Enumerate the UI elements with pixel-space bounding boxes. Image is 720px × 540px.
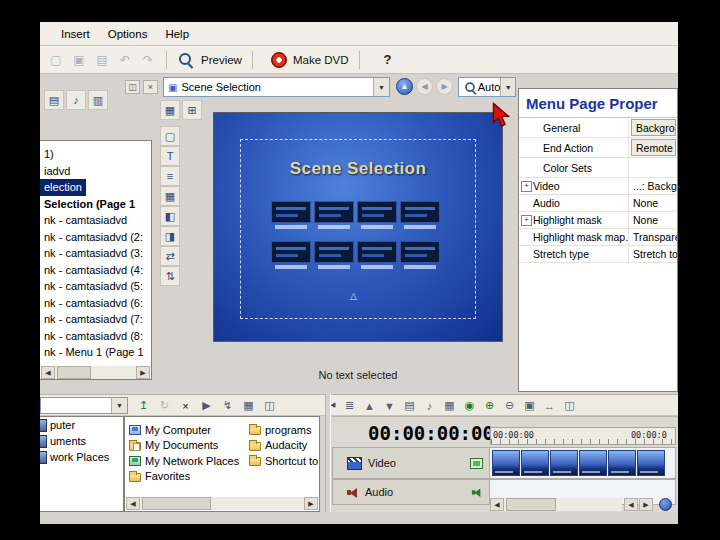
tree-item[interactable]: nk - camtasiadvd (2: xyxy=(40,229,151,246)
preview-button-label[interactable]: Preview xyxy=(201,54,242,66)
browser-toolbar-icon[interactable]: × xyxy=(176,396,195,415)
toolbar-icon[interactable]: ▤ xyxy=(92,50,112,70)
timeline-toolbar-icon[interactable]: ▼ xyxy=(380,396,399,415)
scroll-track[interactable] xyxy=(140,497,304,510)
toolbar-icon[interactable]: ▣ xyxy=(69,50,89,70)
menu-item[interactable]: Help xyxy=(156,25,198,43)
timeline-clip[interactable] xyxy=(521,450,549,476)
timeline-toolbar-icon[interactable]: ⊖ xyxy=(500,396,519,415)
grid-toggle-button[interactable]: ⊞ xyxy=(182,100,202,120)
scene-thumbnail[interactable] xyxy=(357,241,397,269)
timeline-toolbar-icon[interactable]: ▦ xyxy=(440,396,459,415)
nav-back-button[interactable]: ◀ xyxy=(416,78,433,95)
timeline-toolbar-icon[interactable]: ▤ xyxy=(400,396,419,415)
timeline-toolbar-icon[interactable]: ◉ xyxy=(460,396,479,415)
panel-splitter[interactable] xyxy=(325,394,331,512)
video-track-area[interactable] xyxy=(490,447,676,479)
timeline-clip[interactable] xyxy=(550,450,578,476)
timeline-ruler[interactable]: 00:00:00 00:00:0 xyxy=(490,427,676,445)
scroll-thumb[interactable] xyxy=(506,498,556,511)
expander-icon[interactable]: + xyxy=(521,181,532,192)
timeline-clip[interactable] xyxy=(608,450,636,476)
file-item[interactable]: My Computer xyxy=(129,422,247,438)
tree-item[interactable]: Selection (Page 1 xyxy=(40,196,151,213)
project-tree[interactable]: ◀ ▶ 1) iadvd election Selection (Page 1 … xyxy=(40,140,152,380)
file-item[interactable]: programs xyxy=(249,422,319,438)
menu-title-text[interactable]: Scene Selection xyxy=(214,159,502,179)
timeline-toolbar-icon[interactable]: ≣ xyxy=(340,396,359,415)
browser-toolbar-icon[interactable]: ↯ xyxy=(218,396,237,415)
nav-forward-button[interactable]: ▶ xyxy=(436,78,453,95)
timeline-zoom-knob[interactable] xyxy=(659,498,672,511)
edit-tool-button[interactable]: ≡ xyxy=(160,166,180,186)
menu-page-selector[interactable]: ▣ Scene Selection ▼ xyxy=(163,77,390,97)
menu-up-arrow-marker[interactable]: △ xyxy=(350,291,357,301)
tree-horizontal-scrollbar[interactable]: ◀ ▶ xyxy=(41,366,150,379)
tree-item[interactable]: election xyxy=(40,179,86,196)
nav-up-button[interactable]: ▲ xyxy=(396,78,413,95)
menu-item[interactable]: Insert xyxy=(52,25,99,43)
folder-combo-dropdown-arrow[interactable]: ▼ xyxy=(111,398,127,413)
edit-tool-button[interactable]: T xyxy=(160,146,180,166)
edit-tool-button[interactable]: ◧ xyxy=(160,206,180,226)
timeline-toolbar-icon[interactable]: ♪ xyxy=(420,396,439,415)
property-value[interactable]: Stretch to f xyxy=(629,246,677,262)
edit-tool-button[interactable]: ▦ xyxy=(160,186,180,206)
menu-page-dropdown-arrow[interactable]: ▼ xyxy=(373,78,389,96)
property-value[interactable] xyxy=(629,158,677,177)
property-value[interactable]: None xyxy=(629,195,677,211)
tree-item[interactable]: nk - camtasiadvd (8: xyxy=(40,328,151,345)
property-value[interactable]: Remote Butt xyxy=(631,139,676,156)
folder-selector-combo[interactable]: ▼ xyxy=(40,397,128,414)
scroll-thumb[interactable] xyxy=(142,497,211,510)
tree-item[interactable]: nk - camtasiadvd (7: xyxy=(40,311,151,328)
scene-thumbnail[interactable] xyxy=(314,241,354,269)
tree-item[interactable]: nk - Menu 1 (Page 1 xyxy=(40,344,151,361)
file-item[interactable]: My Documents xyxy=(129,438,247,454)
folder-tree-item[interactable]: work Places xyxy=(40,449,123,465)
file-item[interactable]: My Network Places xyxy=(129,453,247,469)
zoom-selector[interactable]: Auto ▼ xyxy=(458,77,516,97)
edit-tool-button[interactable]: ▢ xyxy=(160,126,180,146)
toolbar-icon[interactable]: ↷ xyxy=(138,50,158,70)
file-browser-panel[interactable]: My Computer My Documents My Network Plac… xyxy=(124,416,320,512)
preview-button-icon[interactable] xyxy=(175,50,195,70)
tree-item[interactable]: nk - camtasiadvd (6: xyxy=(40,295,151,312)
tree-item[interactable]: iadvd xyxy=(40,163,151,180)
browser-toolbar-icon[interactable]: ↻ xyxy=(155,396,174,415)
timeline-toolbar-icon[interactable]: ▣ xyxy=(520,396,539,415)
scroll-right-button[interactable]: ▶ xyxy=(639,498,653,511)
timeline-toolbar-icon[interactable]: ◫ xyxy=(560,396,579,415)
scene-thumbnail[interactable] xyxy=(271,241,311,269)
file-panel-scrollbar[interactable]: ◀ ▶ xyxy=(126,497,318,510)
tree-item[interactable]: nk - camtasiadvd (5: xyxy=(40,278,151,295)
whats-this-help-button[interactable]: ? xyxy=(378,50,398,70)
make-dvd-button-label[interactable]: Make DVD xyxy=(293,54,349,66)
scene-thumbnail[interactable] xyxy=(271,201,311,229)
scroll-track[interactable] xyxy=(504,498,622,511)
audio-enable-toggle-icon[interactable] xyxy=(472,487,482,497)
panel-close-button[interactable]: × xyxy=(143,80,158,94)
tree-item[interactable]: nk - camtasiadvd (3: xyxy=(40,245,151,262)
scroll-left-button[interactable]: ◀ xyxy=(490,498,504,511)
tree-item[interactable]: nk - camtasiadvd xyxy=(40,212,151,229)
browser-toolbar-icon[interactable]: ▶ xyxy=(197,396,216,415)
tree-item[interactable]: 1) xyxy=(40,146,151,163)
media-tab-button[interactable]: ▥ xyxy=(88,90,108,110)
folder-tree-panel[interactable]: puter uments work Places xyxy=(40,416,124,512)
scroll-left-button[interactable]: ◀ xyxy=(41,366,55,379)
property-value[interactable]: Transparent xyxy=(629,229,677,245)
scene-thumbnail[interactable] xyxy=(400,201,440,229)
timeline-clip[interactable] xyxy=(637,450,665,476)
menu-preview-canvas[interactable]: Scene Selection △ xyxy=(213,112,503,342)
browser-toolbar-icon[interactable]: ▦ xyxy=(239,396,258,415)
timeline-toolbar-icon[interactable]: ⊕ xyxy=(480,396,499,415)
panel-collapse-button[interactable]: ◫ xyxy=(125,80,140,94)
scroll-right-button[interactable]: ▶ xyxy=(136,366,150,379)
browser-toolbar-icon[interactable]: ◫ xyxy=(260,396,279,415)
scene-thumbnail[interactable] xyxy=(357,201,397,229)
file-item[interactable]: Audacity xyxy=(249,438,319,454)
timeline-clip[interactable] xyxy=(492,450,520,476)
media-tab-button[interactable]: ▤ xyxy=(44,90,64,110)
browser-toolbar-icon[interactable]: ↥ xyxy=(134,396,153,415)
